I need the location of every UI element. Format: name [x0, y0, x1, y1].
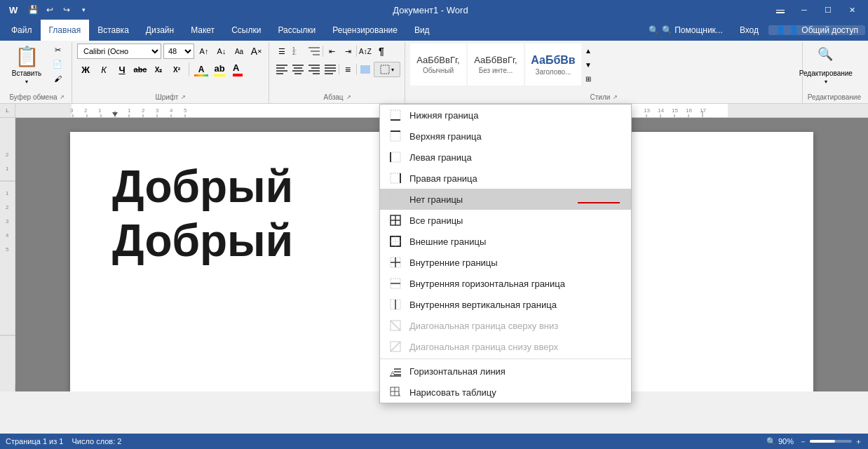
font-case-btn[interactable]: Aa: [231, 43, 247, 59]
redo-quick-btn[interactable]: ↪: [59, 2, 74, 18]
border-right-item[interactable]: Правая граница: [380, 168, 631, 189]
styles-expand[interactable]: ⊞: [583, 72, 594, 86]
ribbon-toggle-btn[interactable]: [770, 3, 791, 17]
border-outside-item[interactable]: Внешние границы: [380, 231, 631, 252]
zoom-slider[interactable]: [810, 440, 852, 443]
menu-view[interactable]: Вид: [406, 20, 438, 41]
style-heading1-preview: АаБбВв: [531, 54, 575, 67]
border-all-item[interactable]: Все границы: [380, 210, 631, 231]
svg-text:15: 15: [672, 107, 678, 114]
svg-rect-18: [311, 67, 320, 69]
align-center-btn[interactable]: [290, 62, 306, 77]
svg-text:2: 2: [142, 107, 145, 114]
bold-button[interactable]: Ж: [77, 62, 94, 77]
style-no-spacing[interactable]: АаБбВвГг, Без инте...: [468, 43, 524, 86]
signin-btn[interactable]: Вход: [733, 25, 766, 35]
border-left-item[interactable]: Левая граница: [380, 147, 631, 168]
style-normal[interactable]: АаБбВвГг, Обычный: [410, 43, 466, 86]
svg-text:🔍: 🔍: [818, 46, 834, 62]
undo-quick-btn[interactable]: ↩: [42, 2, 57, 18]
line-spacing-btn[interactable]: ≡: [340, 62, 355, 77]
numbering-btn[interactable]: 1. 2.: [290, 43, 306, 59]
font-expand-icon[interactable]: ↗: [181, 94, 186, 100]
paragraph-expand-icon[interactable]: ↗: [346, 94, 351, 100]
styles-expand-icon[interactable]: ↗: [613, 94, 618, 100]
align-left-btn[interactable]: [274, 62, 290, 77]
highlight-btn[interactable]: ab: [211, 62, 228, 77]
increase-indent-btn[interactable]: ⇥: [340, 43, 355, 59]
zoom-in-btn[interactable]: ＋: [855, 436, 862, 447]
border-v-inside-item[interactable]: Внутренняя вертикальная граница: [380, 294, 631, 315]
menu-layout[interactable]: Макет: [182, 20, 223, 41]
multilevel-btn[interactable]: [306, 43, 322, 59]
font-size-select[interactable]: 48: [163, 43, 194, 59]
helper-btn[interactable]: 🔍 🔍 Помощник...: [642, 25, 730, 35]
font-clear-btn[interactable]: A✕: [249, 43, 264, 59]
italic-button[interactable]: К: [95, 62, 112, 77]
font-color-btn[interactable]: A: [229, 62, 246, 77]
menu-design[interactable]: Дизайн: [137, 20, 182, 41]
save-quick-btn[interactable]: 💾: [25, 2, 41, 18]
svg-line-89: [391, 321, 400, 330]
copy-button[interactable]: 📄: [48, 58, 67, 71]
format-painter-button[interactable]: 🖌: [48, 72, 67, 85]
style-heading1[interactable]: АаБбВв Заголово...: [525, 43, 581, 86]
clipboard-label: Буфер обмена ↗: [7, 92, 67, 102]
border-inside-item[interactable]: Внутренние границы: [380, 252, 631, 273]
menu-insert[interactable]: Вставка: [89, 20, 137, 41]
border-dropdown-arrow[interactable]: ▾: [391, 67, 394, 73]
border-h-inside-item[interactable]: Внутренняя горизонтальная граница: [380, 273, 631, 294]
border-bottom-item[interactable]: Нижняя граница: [380, 105, 631, 126]
menu-references[interactable]: Ссылки: [223, 20, 269, 41]
border-top-item[interactable]: Верхняя граница: [380, 126, 631, 147]
sort-btn[interactable]: A↕Z: [358, 43, 373, 59]
zoom-out-btn[interactable]: －: [799, 436, 807, 447]
draw-table-item[interactable]: Нарисовать таблицу: [380, 382, 631, 403]
font-content: Calibri (Осно 48 A↑ A↓ Aa A✕ Ж К Ч abc X…: [77, 43, 264, 92]
border-btn-wrapper: ▾: [374, 62, 400, 77]
menu-file[interactable]: Файл: [3, 20, 41, 41]
clipboard-expand-icon[interactable]: ↗: [60, 94, 65, 100]
svg-text:17: 17: [700, 107, 706, 114]
cut-button[interactable]: ✂: [48, 43, 67, 57]
font-grow-btn[interactable]: A↑: [196, 43, 212, 59]
text-effects-btn[interactable]: A: [193, 62, 210, 77]
justify-btn[interactable]: [323, 62, 338, 77]
border-button[interactable]: ▾: [374, 62, 400, 77]
align-right-btn[interactable]: [306, 62, 322, 77]
superscript-button[interactable]: X²: [168, 62, 185, 77]
menu-home[interactable]: Главная: [41, 20, 90, 41]
editing-button[interactable]: 🔍 Редактирование ▾: [808, 43, 844, 86]
paste-icon: 📋: [15, 45, 39, 68]
menu-review[interactable]: Рецензирование: [324, 20, 406, 41]
menu-mailings[interactable]: Рассылки: [269, 20, 324, 41]
styles-scroll-up[interactable]: ▲: [583, 43, 594, 58]
customize-quick-btn[interactable]: ▾: [76, 2, 91, 18]
ruler-left-corner: L: [0, 104, 15, 117]
horiz-line-item[interactable]: A Горизонтальная линия: [380, 361, 631, 382]
underline-button[interactable]: Ч: [114, 62, 130, 77]
vertical-ruler-svg: 2 1 1 2 3 4 5: [0, 118, 15, 384]
svg-rect-12: [276, 73, 283, 74]
format-row: Ж К Ч abc X₂ X² A ab: [77, 62, 246, 77]
close-btn[interactable]: ✕: [841, 3, 862, 17]
title-bar-left: W 💾 ↩ ↪ ▾: [6, 2, 91, 18]
maximize-btn[interactable]: ☐: [818, 3, 839, 17]
shading-btn[interactable]: [358, 62, 373, 77]
strikethrough-button[interactable]: abc: [132, 62, 149, 77]
svg-text:1: 1: [6, 166, 9, 172]
paste-button[interactable]: 📋 Вставить ▾: [7, 43, 46, 86]
minimize-btn[interactable]: ─: [794, 3, 815, 17]
border-none-item[interactable]: Нет границы: [380, 189, 631, 210]
subscript-button[interactable]: X₂: [150, 62, 167, 77]
bullets-btn[interactable]: ☰: [274, 43, 290, 59]
share-btn[interactable]: 👤 👤 Общий доступ: [768, 25, 865, 35]
font-family-select[interactable]: Calibri (Осно: [77, 43, 161, 59]
decrease-indent-btn[interactable]: ⇤: [324, 43, 339, 59]
show-marks-btn[interactable]: ¶: [374, 43, 389, 59]
styles-scroll-down[interactable]: ▼: [583, 58, 594, 72]
zoom-level[interactable]: 🔍 90%: [766, 437, 794, 446]
paragraph-group: ☰ 1. 2. ⇤ ⇥ A↕Z: [270, 42, 405, 103]
svg-rect-10: [276, 67, 285, 69]
font-shrink-btn[interactable]: A↓: [214, 43, 229, 59]
